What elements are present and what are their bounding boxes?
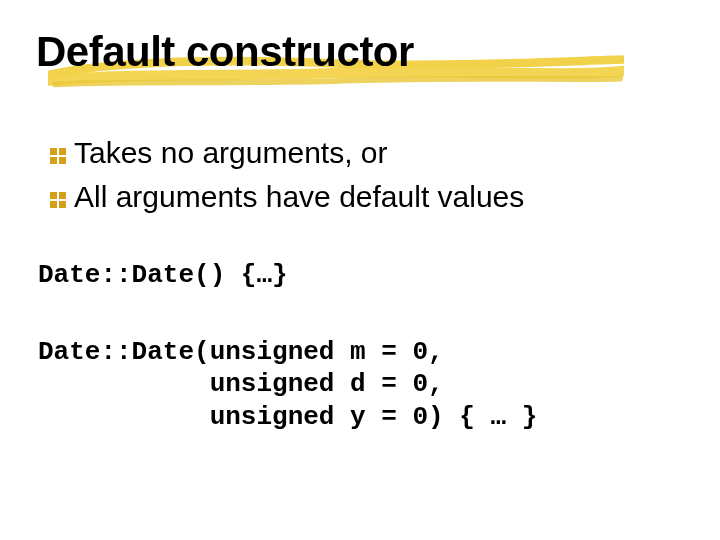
svg-rect-4 xyxy=(50,192,57,199)
bullet-text: All arguments have default values xyxy=(74,178,524,216)
svg-rect-7 xyxy=(59,201,66,208)
bullet-list: Takes no arguments, or All arguments hav… xyxy=(36,134,684,215)
title-wrap: Default constructor xyxy=(36,28,414,76)
bullet-icon xyxy=(48,146,68,166)
slide: Default constructor Takes no arguments, … xyxy=(0,0,720,540)
bullet-icon xyxy=(48,190,68,210)
list-item: Takes no arguments, or xyxy=(48,134,684,172)
code-block: Date::Date() {…} Date::Date(unsigned m =… xyxy=(36,259,684,433)
svg-rect-3 xyxy=(59,157,66,164)
code-line: unsigned d = 0, xyxy=(38,368,684,401)
svg-rect-0 xyxy=(50,148,57,155)
svg-rect-2 xyxy=(50,157,57,164)
svg-rect-5 xyxy=(59,192,66,199)
svg-rect-1 xyxy=(59,148,66,155)
slide-title: Default constructor xyxy=(36,28,414,76)
svg-rect-6 xyxy=(50,201,57,208)
list-item: All arguments have default values xyxy=(48,178,684,216)
code-line: unsigned y = 0) { … } xyxy=(38,401,684,434)
code-line: Date::Date() {…} xyxy=(38,259,684,292)
code-line: Date::Date(unsigned m = 0, xyxy=(38,336,684,369)
bullet-text: Takes no arguments, or xyxy=(74,134,388,172)
